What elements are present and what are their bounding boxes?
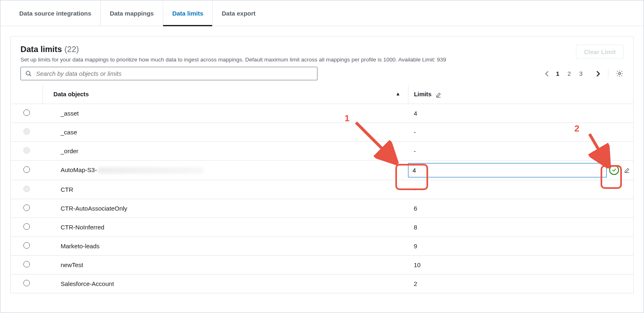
row-radio[interactable] bbox=[23, 109, 30, 116]
row-radio bbox=[23, 147, 30, 154]
table-row: _order- bbox=[11, 141, 633, 160]
limit-input[interactable] bbox=[408, 163, 607, 177]
settings-gear-icon[interactable] bbox=[616, 70, 624, 77]
data-limits-panel: Data limits (22) Set up limits for your … bbox=[10, 36, 634, 293]
limit-value: 8 bbox=[408, 218, 633, 236]
svg-point-2 bbox=[619, 73, 621, 75]
limit-value: 4 bbox=[408, 104, 633, 122]
tab-data-limits[interactable]: Data limits bbox=[163, 0, 212, 26]
row-radio[interactable] bbox=[23, 261, 30, 268]
table-row: Salesforce-Account2 bbox=[11, 274, 633, 293]
sort-asc-icon[interactable]: ▲ bbox=[396, 91, 401, 97]
data-object-name: CTR bbox=[43, 180, 408, 199]
page-2[interactable]: 2 bbox=[567, 69, 571, 78]
tab-data-source-integrations[interactable]: Data source integrations bbox=[10, 0, 100, 26]
next-page-icon[interactable] bbox=[596, 70, 601, 77]
data-object-name: Salesforce-Account bbox=[43, 274, 408, 293]
column-header-data-objects[interactable]: Data objects bbox=[54, 91, 89, 98]
limit-value: - bbox=[408, 122, 633, 141]
data-object-name: CTR-AutoAssociateOnly bbox=[43, 199, 408, 218]
data-object-name: AutoMap-S3- bbox=[43, 160, 408, 180]
row-radio bbox=[23, 128, 30, 135]
confirm-check-icon[interactable] bbox=[609, 165, 619, 175]
table-row: CTR- bbox=[11, 180, 633, 199]
data-object-name: _asset bbox=[43, 104, 408, 122]
paginator: 123 bbox=[544, 69, 624, 78]
table-row: Marketo-leads9 bbox=[11, 236, 633, 255]
page-1[interactable]: 1 bbox=[555, 69, 560, 78]
limit-value: 9 bbox=[408, 236, 633, 255]
table-row: CTR-AutoAssociateOnly6 bbox=[11, 199, 633, 218]
svg-line-1 bbox=[29, 75, 31, 76]
search-input[interactable] bbox=[36, 70, 313, 77]
page-title: Data limits bbox=[20, 45, 62, 54]
data-object-name: newTest bbox=[43, 255, 408, 274]
table-row: _case- bbox=[11, 122, 633, 141]
table-row: newTest10 bbox=[11, 255, 633, 274]
edit-limits-column-icon[interactable] bbox=[435, 92, 442, 98]
data-object-name: CTR-NoInferred bbox=[43, 218, 408, 236]
row-radio[interactable] bbox=[23, 280, 30, 286]
tab-data-mappings[interactable]: Data mappings bbox=[100, 0, 163, 26]
limit-value: 2 bbox=[408, 274, 633, 293]
table-row: AutoMap-S3- bbox=[11, 160, 633, 180]
row-radio[interactable] bbox=[23, 242, 30, 249]
tab-data-export[interactable]: Data export bbox=[212, 0, 265, 26]
prev-page-icon[interactable] bbox=[544, 70, 549, 77]
limit-value: 6 bbox=[408, 199, 633, 218]
page-3[interactable]: 3 bbox=[578, 69, 583, 78]
data-object-name: _case bbox=[43, 122, 408, 141]
table-row: _asset4 bbox=[11, 104, 633, 122]
item-count: (22) bbox=[64, 45, 79, 54]
page-subtitle: Set up limits for your data mappings to … bbox=[20, 57, 446, 63]
row-radio[interactable] bbox=[23, 204, 30, 211]
table-row: CTR-NoInferred8 bbox=[11, 218, 633, 236]
limit-value: - bbox=[408, 141, 633, 160]
search-icon bbox=[25, 70, 32, 77]
row-radio bbox=[23, 186, 30, 192]
data-object-name: Marketo-leads bbox=[43, 236, 408, 255]
row-radio[interactable] bbox=[23, 166, 30, 173]
clear-limit-button[interactable]: Clear Limit bbox=[576, 45, 624, 59]
limit-value: - bbox=[408, 180, 633, 199]
limit-value: 10 bbox=[408, 255, 633, 274]
column-header-limits[interactable]: Limits bbox=[414, 91, 432, 98]
search-input-wrapper[interactable] bbox=[20, 67, 317, 80]
edit-row-icon[interactable] bbox=[624, 167, 630, 173]
data-object-name: _order bbox=[43, 141, 408, 160]
tabs: Data source integrationsData mappingsDat… bbox=[0, 0, 644, 26]
row-radio[interactable] bbox=[23, 223, 30, 230]
